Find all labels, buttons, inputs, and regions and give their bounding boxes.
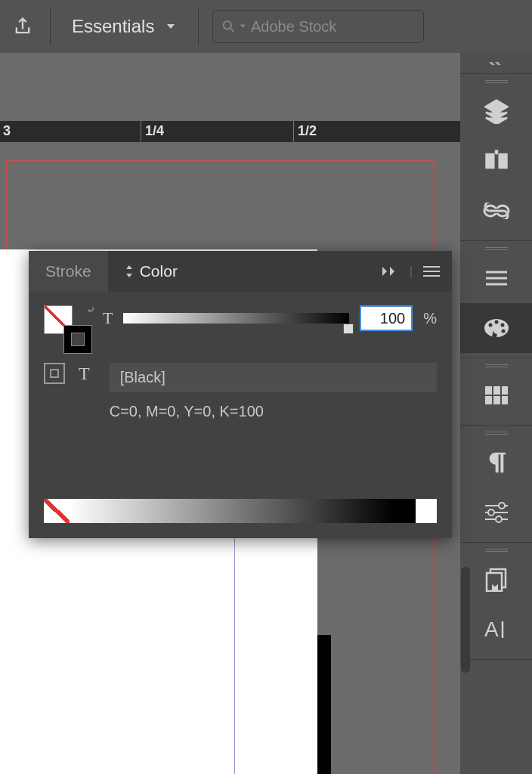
tint-label: T (103, 308, 113, 328)
panel-grip[interactable] (460, 547, 532, 555)
workspace-label: Essentials (72, 16, 154, 37)
divider (50, 8, 51, 45)
svg-point-23 (499, 503, 505, 509)
stroke-panel-icon[interactable] (460, 253, 532, 303)
stock-search-input[interactable] (251, 18, 414, 36)
svg-point-25 (488, 509, 494, 515)
share-icon[interactable] (9, 13, 36, 40)
percent-label: % (423, 310, 437, 327)
color-panel: Stroke Color | ⤾ T % (29, 251, 452, 538)
tint-ramp[interactable] (70, 499, 394, 523)
svg-point-15 (501, 330, 505, 333)
tint-slider-handle[interactable] (343, 324, 354, 334)
svg-rect-17 (493, 386, 500, 395)
top-toolbar: Essentials (0, 0, 532, 53)
formatting-container-icon[interactable] (44, 363, 65, 384)
tab-color[interactable]: Color (108, 251, 194, 292)
color-panel-icon[interactable] (460, 303, 532, 353)
ruler-tick: 1/4 (145, 123, 164, 139)
svg-rect-21 (502, 396, 508, 404)
ruler-tick: 3 (3, 123, 11, 139)
white-swatch[interactable] (416, 499, 437, 523)
svg-rect-1 (485, 153, 494, 169)
tab-label: Stroke (45, 262, 91, 280)
svg-text:A: A (484, 618, 499, 641)
ruler-tick: 1/2 (298, 123, 317, 139)
right-panel-dock: A (460, 53, 532, 774)
svg-point-27 (496, 516, 502, 522)
formatting-text-icon[interactable]: T (79, 364, 90, 384)
panel-tab-bar: Stroke Color | (29, 251, 452, 292)
panel-grip[interactable] (460, 246, 532, 253)
panel-grip[interactable] (460, 363, 532, 370)
horizontal-ruler[interactable]: 3 1/4 1/2 (0, 121, 460, 142)
svg-point-0 (224, 21, 231, 29)
divider (198, 8, 199, 45)
search-icon (222, 19, 235, 34)
black-swatch[interactable] (394, 499, 416, 523)
tab-stroke[interactable]: Stroke (29, 251, 108, 292)
paragraph-styles-icon[interactable] (460, 438, 532, 488)
svg-rect-19 (485, 396, 492, 404)
page-shadow (317, 635, 331, 774)
stroke-swatch[interactable] (63, 325, 92, 354)
layers-panel-icon[interactable] (460, 86, 532, 136)
chevron-down-icon (165, 20, 177, 33)
svg-point-13 (494, 320, 498, 324)
character-styles-icon[interactable]: A (460, 605, 532, 655)
tab-label: Color (140, 262, 178, 280)
svg-point-12 (488, 324, 492, 327)
swatches-panel-icon[interactable] (460, 370, 532, 420)
svg-rect-18 (502, 386, 508, 395)
svg-rect-2 (498, 153, 507, 169)
svg-point-14 (500, 324, 504, 327)
panel-menu-icon[interactable] (423, 265, 440, 277)
guide-line[interactable] (234, 537, 235, 774)
tint-value-input[interactable] (360, 305, 413, 331)
tint-slider[interactable] (123, 313, 349, 324)
expand-icon[interactable] (381, 265, 399, 277)
cc-libraries-icon[interactable] (460, 555, 532, 605)
swap-fill-stroke-icon[interactable]: ⤾ (87, 304, 95, 315)
panel-grip[interactable] (460, 430, 532, 438)
svg-rect-20 (493, 396, 500, 404)
adjustments-icon[interactable] (460, 488, 532, 537)
collapse-panels-button[interactable] (460, 53, 532, 74)
sort-icon (125, 265, 134, 277)
swatch-name[interactable]: [Black] (110, 363, 437, 392)
stock-search[interactable] (212, 10, 424, 43)
chevron-down-icon (240, 23, 246, 30)
pages-panel-icon[interactable] (460, 136, 532, 186)
svg-rect-16 (485, 386, 492, 395)
none-swatch[interactable] (44, 499, 70, 523)
fill-stroke-swatch[interactable]: ⤾ (44, 305, 88, 349)
workspace-selector[interactable]: Essentials (64, 16, 184, 37)
links-panel-icon[interactable] (460, 186, 532, 236)
scrollbar[interactable] (461, 567, 470, 673)
cmyk-readout: C=0, M=0, Y=0, K=100 (110, 400, 437, 423)
panel-grip[interactable] (460, 79, 532, 86)
color-spectrum[interactable] (44, 499, 437, 523)
